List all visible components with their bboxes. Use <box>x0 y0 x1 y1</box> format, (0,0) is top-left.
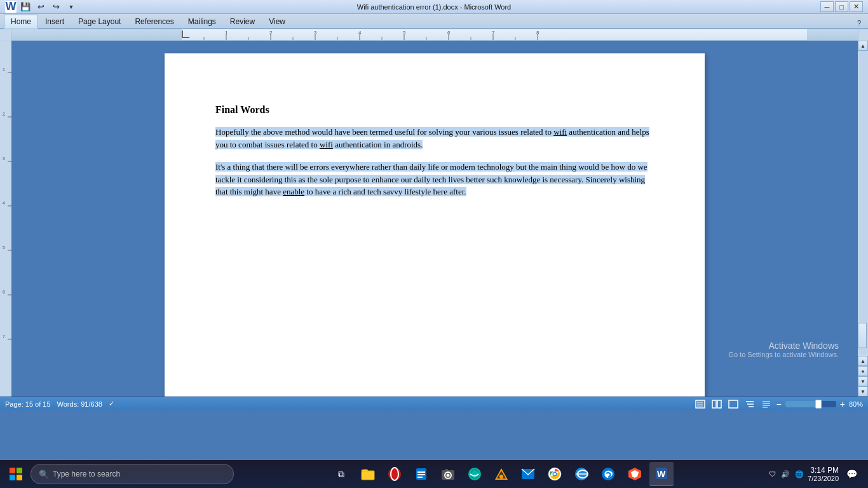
clock-date: 7/23/2020 <box>808 475 839 482</box>
tab-mailings[interactable]: Mailings <box>181 15 223 28</box>
svg-text:6: 6 <box>3 290 5 294</box>
svg-text:3: 3 <box>314 30 317 36</box>
taskbar-search-box[interactable]: 🔍 Type here to search <box>31 464 234 484</box>
words-info: Words: 91/638 <box>57 400 102 408</box>
svg-rect-47 <box>729 400 738 408</box>
ribbon-help-btn[interactable]: ? <box>854 18 864 28</box>
chrome-icon[interactable] <box>543 462 567 486</box>
svg-text:7: 7 <box>3 334 5 339</box>
edge-icon[interactable] <box>596 462 620 486</box>
vlc-icon[interactable] <box>489 462 513 486</box>
window-controls: ─ □ ✕ <box>820 1 863 12</box>
paragraph-1-text: Hopefully the above method would have be… <box>215 127 649 149</box>
start-button[interactable] <box>3 462 29 486</box>
clock-time: 3:14 PM <box>808 466 839 475</box>
close-button[interactable]: ✕ <box>850 1 863 12</box>
svg-text:3: 3 <box>3 156 5 161</box>
task-view-icon[interactable]: ⧉ <box>329 462 353 486</box>
search-icon: 🔍 <box>39 470 49 479</box>
zoom-level[interactable]: 80% <box>849 400 863 408</box>
dropdown-quick-btn[interactable]: ▼ <box>65 1 78 13</box>
svg-text:4: 4 <box>358 30 362 36</box>
ie-icon[interactable] <box>569 462 593 486</box>
spellcheck-icon[interactable]: ✓ <box>109 400 114 408</box>
window-title: Wifi authentication error (1).docx - Mic… <box>357 3 511 11</box>
tab-page-layout[interactable]: Page Layout <box>71 15 128 28</box>
section-heading: Final Words <box>215 104 654 116</box>
svg-point-64 <box>447 474 450 477</box>
document-area[interactable]: Final Words Hopefully the above method w… <box>11 41 858 396</box>
redo-quick-btn[interactable]: ↪ <box>50 1 62 13</box>
undo-quick-btn[interactable]: ↩ <box>34 1 47 13</box>
brave-icon[interactable] <box>623 462 647 486</box>
svg-rect-59 <box>417 471 425 473</box>
paragraph-1-block: Hopefully the above method would have be… <box>215 126 654 151</box>
scroll-up-btn[interactable]: ▲ <box>858 41 868 51</box>
svg-text:7: 7 <box>492 30 495 36</box>
ribbon: Home Insert Page Layout References Maili… <box>0 14 868 29</box>
network-tray-icon[interactable]: 🌐 <box>795 470 804 478</box>
tab-stop[interactable] <box>182 30 189 38</box>
tab-insert[interactable]: Insert <box>38 15 71 28</box>
full-reading-btn[interactable] <box>710 399 723 409</box>
notification-btn[interactable]: 💬 <box>843 465 860 483</box>
edge-chromium-icon[interactable] <box>463 462 487 486</box>
next-page-btn[interactable]: ▼ <box>858 376 868 386</box>
svg-text:5: 5 <box>3 245 5 250</box>
web-layout-btn[interactable] <box>727 399 740 409</box>
shield-tray-icon[interactable]: 🛡 <box>769 470 776 478</box>
scroll-down-btn[interactable]: ▼ <box>858 386 868 396</box>
scroll-track[interactable] <box>858 51 868 355</box>
clock-display[interactable]: 3:14 PM 7/23/2020 <box>808 466 839 482</box>
svg-text:2: 2 <box>269 30 273 36</box>
ruler-left-margin <box>11 29 182 40</box>
svg-text:W: W <box>657 469 666 479</box>
scroll-thumb[interactable] <box>858 323 867 348</box>
status-left: Page: 15 of 15 Words: 91/638 ✓ <box>5 400 114 408</box>
minimize-button[interactable]: ─ <box>820 1 834 12</box>
opera-icon[interactable] <box>383 462 407 486</box>
svg-text:5: 5 <box>403 30 406 36</box>
save-quick-btn[interactable]: 💾 <box>19 1 32 13</box>
word-taskbar-icon[interactable]: W <box>649 462 674 486</box>
tab-review[interactable]: Review <box>223 15 262 28</box>
tray-icons: 🛡 🔊 🌐 <box>769 470 804 478</box>
draft-btn[interactable] <box>760 399 773 409</box>
outline-btn[interactable] <box>743 399 756 409</box>
prev-page-btn[interactable]: ▲ <box>858 356 868 366</box>
taskbar-icons: ⧉ <box>235 462 768 486</box>
file-explorer-icon[interactable] <box>356 462 380 486</box>
zoom-in-btn[interactable]: + <box>840 399 845 409</box>
svg-text:1: 1 <box>3 67 5 72</box>
tab-references[interactable]: References <box>128 15 180 28</box>
camera-icon[interactable] <box>436 462 460 486</box>
ribbon-tabs: Home Insert Page Layout References Maili… <box>0 14 868 28</box>
svg-rect-65 <box>445 469 448 471</box>
speaker-tray-icon[interactable]: 🔊 <box>781 470 790 478</box>
mail-icon[interactable] <box>516 462 540 486</box>
ruler-corner[interactable] <box>0 29 11 41</box>
select-browse-btn[interactable]: ● <box>858 366 868 376</box>
taskbar: 🔍 Type here to search ⧉ <box>0 460 868 488</box>
word-logo: W <box>5 1 17 13</box>
ruler-marks: 1 2 3 4 5 6 7 8 <box>182 29 807 40</box>
svg-text:8: 8 <box>536 30 539 36</box>
status-bar: Page: 15 of 15 Words: 91/638 ✓ <box>0 396 868 410</box>
svg-point-69 <box>499 475 503 478</box>
restore-button[interactable]: □ <box>835 1 848 12</box>
print-layout-btn[interactable] <box>694 399 707 409</box>
tab-home[interactable]: Home <box>4 15 38 29</box>
page-info: Page: 15 of 15 <box>5 400 51 408</box>
title-bar: W 💾 ↩ ↪ ▼ Wifi authentication error (1).… <box>0 0 868 14</box>
tab-view[interactable]: View <box>262 15 292 28</box>
v-ruler-ticks: 1 2 3 4 5 6 7 <box>0 41 11 396</box>
zoom-slider[interactable] <box>785 401 836 407</box>
zoom-out-btn[interactable]: − <box>776 399 782 409</box>
document-page: Final Words Hopefully the above method w… <box>165 53 705 396</box>
svg-point-73 <box>553 473 556 475</box>
svg-rect-45 <box>712 400 716 408</box>
files-icon[interactable] <box>409 462 433 486</box>
svg-text:4: 4 <box>3 201 5 205</box>
vertical-scrollbar[interactable]: ▲ ▲ ● ▼ ▼ <box>858 41 868 396</box>
svg-rect-55 <box>362 471 374 480</box>
